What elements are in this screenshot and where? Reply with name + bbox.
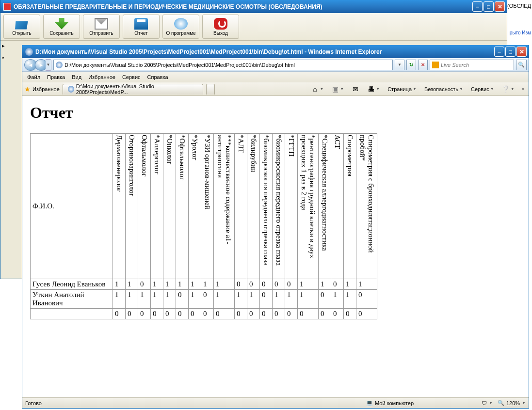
new-tab-button[interactable] bbox=[206, 84, 215, 95]
column-header: Офтальмолог bbox=[138, 134, 151, 279]
menu-service[interactable]: Сервис bbox=[122, 74, 141, 80]
value-cell: 0 bbox=[247, 279, 260, 290]
fio-header: Ф.И.О. bbox=[31, 134, 113, 279]
security-zone[interactable]: 💻 Мой компьютер bbox=[366, 400, 414, 406]
column-header: *билирубин bbox=[247, 134, 260, 279]
ie-content[interactable]: Отчет Ф.И.О.ДерматовенерологОториноларин… bbox=[22, 96, 529, 397]
home-button[interactable]: ⌂▼ bbox=[308, 84, 326, 95]
value-cell: 1 bbox=[331, 290, 344, 309]
open-button[interactable]: Открыть bbox=[3, 15, 40, 39]
safety-menu-label: Безопасность bbox=[424, 86, 458, 92]
page-menu-button[interactable]: Страница ▼ bbox=[385, 84, 419, 95]
ie-titlebar[interactable]: D:\Мои документы\Visual Studio 2005\Proj… bbox=[22, 45, 529, 58]
value-cell: 0 bbox=[126, 309, 138, 319]
page-icon bbox=[56, 62, 63, 68]
refresh-button[interactable]: ↻ bbox=[406, 60, 416, 70]
column-header: *Онколог bbox=[163, 134, 176, 279]
column-header: *ГГТП bbox=[285, 134, 298, 279]
value-cell: 1 bbox=[247, 290, 260, 309]
zoom-icon: 🔍 bbox=[498, 400, 504, 406]
page-menu-label: Страница bbox=[387, 86, 412, 92]
value-cell: 0 bbox=[235, 309, 247, 319]
ie-maximize-button[interactable]: □ bbox=[505, 47, 516, 57]
report-heading: Отчет bbox=[30, 104, 521, 122]
maximize-button[interactable]: □ bbox=[484, 1, 494, 12]
value-cell: 1 bbox=[235, 290, 247, 309]
value-cell: 1 bbox=[273, 290, 285, 309]
column-header: *УЗИ органов-мишеней bbox=[201, 134, 214, 279]
address-dropdown[interactable]: ▼ bbox=[395, 60, 404, 70]
favorites-label: Избранное bbox=[32, 86, 60, 92]
column-header: *Аллерголог bbox=[151, 134, 163, 279]
menu-favorites[interactable]: Избранное bbox=[88, 74, 115, 80]
close-button[interactable]: ✕ bbox=[495, 1, 505, 12]
browser-tab[interactable]: D:\Мои документы\Visual Studio 2005\Proj… bbox=[63, 84, 203, 95]
search-box[interactable] bbox=[430, 60, 514, 70]
send-label: Отправить bbox=[89, 31, 113, 36]
zone-label: Мой компьютер bbox=[375, 400, 414, 406]
value-cell: 1 bbox=[214, 279, 235, 290]
search-go-button[interactable]: 🔍 bbox=[516, 60, 527, 70]
value-cell: 1 bbox=[176, 279, 189, 290]
column-header: АСТ bbox=[331, 134, 344, 279]
exit-button[interactable]: Выход bbox=[202, 15, 239, 39]
menu-help[interactable]: Справка bbox=[147, 74, 168, 80]
about-label: О программе bbox=[166, 31, 195, 36]
value-cell: 1 bbox=[189, 290, 201, 309]
value-cell: 0 bbox=[319, 309, 331, 319]
send-button[interactable]: Отправить bbox=[83, 15, 120, 39]
value-cell: 1 bbox=[163, 279, 176, 290]
menu-view[interactable]: Вид bbox=[72, 74, 81, 80]
ie-close-button[interactable]: ✕ bbox=[516, 47, 527, 57]
value-cell: 1 bbox=[138, 290, 151, 309]
value-cell: 1 bbox=[344, 290, 356, 309]
home-icon: ⌂ bbox=[311, 85, 319, 93]
envelope-icon bbox=[95, 18, 108, 30]
report-icon bbox=[134, 18, 148, 30]
search-input[interactable] bbox=[441, 62, 512, 68]
main-title: ОБЯЗАТЕЛЬНЫЕ ПРЕДВАРИТЕЛЬНЫЕ И ПЕРИОДИЧЕ… bbox=[14, 3, 472, 10]
feeds-button[interactable]: ▣▼ bbox=[329, 84, 346, 95]
safety-menu-button[interactable]: Безопасность ▼ bbox=[422, 84, 466, 95]
help-button[interactable]: ❔▼ bbox=[500, 84, 517, 95]
address-input[interactable] bbox=[64, 62, 390, 68]
about-button[interactable]: О программе bbox=[162, 15, 199, 39]
search-provider-icon bbox=[432, 62, 439, 68]
more-button[interactable]: » bbox=[520, 84, 527, 95]
main-titlebar[interactable]: ОБЯЗАТЕЛЬНЫЕ ПРЕДВАРИТЕЛЬНЫЕ И ПЕРИОДИЧЕ… bbox=[0, 0, 507, 13]
print-button[interactable]: 🖶▼ bbox=[365, 84, 382, 95]
value-cell: 1 bbox=[189, 279, 201, 290]
about-icon bbox=[174, 18, 188, 30]
report-label: Отчет bbox=[134, 31, 147, 36]
value-cell: 1 bbox=[298, 290, 319, 309]
row-indicators: ▸ * bbox=[2, 43, 5, 62]
nav-history-dropdown[interactable]: ▼ bbox=[46, 59, 51, 71]
value-cell: 1 bbox=[126, 279, 138, 290]
protected-mode-button[interactable]: 🛡▼ bbox=[482, 400, 493, 406]
menu-file[interactable]: Файл bbox=[27, 74, 40, 80]
report-table: Ф.И.О.ДерматовенерологОториноларингологО… bbox=[30, 133, 377, 319]
report-button[interactable]: Отчет bbox=[123, 15, 160, 39]
menu-edit[interactable]: Правка bbox=[47, 74, 65, 80]
computer-icon: 💻 bbox=[366, 400, 373, 406]
save-button[interactable]: Сохранить bbox=[43, 15, 80, 39]
tools-menu-button[interactable]: Сервис ▼ bbox=[468, 84, 497, 95]
stop-button[interactable]: ✕ bbox=[418, 60, 428, 70]
column-header: ***количественное содержание a1-антитрип… bbox=[214, 134, 235, 279]
favorites-button[interactable]: ★ Избранное bbox=[24, 85, 60, 93]
value-cell: 1 bbox=[201, 279, 214, 290]
address-box[interactable] bbox=[53, 60, 393, 70]
column-header: *Специфическая аллергодиагностика bbox=[319, 134, 331, 279]
zoom-value: 120% bbox=[506, 400, 520, 406]
ie-minimize-button[interactable]: – bbox=[494, 47, 504, 57]
value-cell: 0 bbox=[285, 309, 298, 319]
read-mail-button[interactable]: ✉ bbox=[349, 84, 362, 95]
current-row-indicator: ▸ bbox=[2, 43, 5, 49]
value-cell: 1 bbox=[126, 290, 138, 309]
value-cell: 0 bbox=[151, 309, 163, 319]
value-cell: 0 bbox=[331, 279, 344, 290]
value-cell: 0 bbox=[298, 309, 319, 319]
minimize-button[interactable]: – bbox=[472, 1, 483, 12]
zoom-control[interactable]: 🔍 120% ▼ bbox=[498, 400, 526, 406]
column-header: Спирометрия с бронходилятационной пробой… bbox=[356, 134, 377, 279]
